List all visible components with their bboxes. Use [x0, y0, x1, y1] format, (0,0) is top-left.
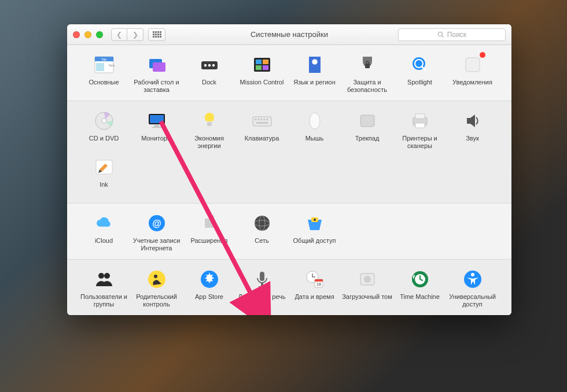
- pref-label: Мышь: [305, 135, 324, 150]
- keyboard-icon: [251, 109, 274, 132]
- network-icon: [251, 212, 274, 235]
- svg-rect-36: [266, 119, 268, 120]
- pref-internet[interactable]: @Учетные записи Интернета: [130, 212, 183, 252]
- trackpad-icon: [356, 109, 379, 132]
- appstore-icon: [198, 268, 221, 291]
- svg-point-52: [104, 273, 110, 279]
- svg-rect-14: [256, 65, 262, 70]
- svg-text:New: New: [109, 64, 115, 67]
- pref-energy[interactable]: Экономия энергии: [183, 109, 235, 150]
- pref-displays[interactable]: Мониторы: [130, 109, 183, 150]
- pref-notifications[interactable]: Уведомления: [446, 53, 499, 94]
- pref-label: Уведомления: [452, 79, 492, 94]
- pref-users[interactable]: Пользователи и группы: [78, 268, 130, 308]
- pref-parental[interactable]: Родительский контроль: [130, 268, 183, 308]
- pref-network[interactable]: Сеть: [235, 212, 288, 252]
- svg-point-66: [364, 276, 371, 283]
- dock-icon: [198, 53, 221, 76]
- search-field[interactable]: Поиск: [398, 28, 506, 41]
- svg-rect-30: [207, 122, 212, 126]
- prefs-row: iCloud@Учетные записи ИнтернетаРасширени…: [78, 212, 501, 252]
- svg-text:@: @: [152, 219, 161, 228]
- users-icon: [93, 268, 116, 291]
- prefs-row: CD и DVDМониторыЭкономия энергииКлавиату…: [78, 109, 501, 150]
- pref-label: CD и DVD: [89, 135, 119, 150]
- show-all-button[interactable]: [148, 28, 165, 41]
- pref-trackpad[interactable]: Трекпад: [341, 109, 393, 150]
- svg-rect-34: [260, 119, 262, 120]
- pref-printers[interactable]: Принтеры и сканеры: [393, 109, 446, 150]
- spotlight-icon: [408, 53, 432, 76]
- pref-appstore[interactable]: App Store: [183, 268, 235, 308]
- svg-rect-13: [263, 60, 268, 64]
- svg-text:18: 18: [316, 282, 321, 286]
- pref-label: Экономия энергии: [183, 135, 235, 150]
- prefs-section: Пользователи и группыРодительский контро…: [67, 259, 511, 315]
- svg-rect-41: [415, 114, 425, 119]
- dictation-icon: [251, 268, 274, 291]
- internet-icon: @: [145, 212, 168, 235]
- pref-icloud[interactable]: iCloud: [78, 212, 130, 252]
- pref-startup[interactable]: Загрузочный том: [341, 268, 393, 308]
- pref-sharing[interactable]: Общий доступ: [288, 212, 341, 252]
- pref-label: iCloud: [95, 237, 113, 252]
- forward-button[interactable]: ❯: [127, 28, 143, 41]
- pref-label: App Store: [195, 293, 223, 308]
- pref-dock[interactable]: Dock: [183, 53, 235, 94]
- icloud-icon: [93, 212, 116, 235]
- svg-rect-57: [261, 283, 263, 286]
- svg-point-51: [98, 273, 104, 279]
- language-icon: [303, 53, 326, 76]
- pref-spotlight[interactable]: Spotlight: [393, 53, 446, 94]
- pref-sound[interactable]: Звук: [446, 109, 499, 150]
- datetime-icon: 18: [303, 268, 326, 291]
- notifications-icon: [461, 53, 484, 76]
- svg-point-10: [212, 64, 214, 66]
- prefs-section: iCloud@Учетные записи ИнтернетаРасширени…: [67, 203, 511, 259]
- pref-security[interactable]: Защита и безопасность: [341, 53, 393, 94]
- pref-language[interactable]: Язык и регион: [288, 53, 341, 94]
- svg-rect-58: [259, 286, 266, 287]
- pref-mission[interactable]: Mission Control: [235, 53, 288, 94]
- titlebar: ❮ ❯ Системные настройки Поиск: [67, 24, 511, 45]
- back-button[interactable]: ❮: [111, 28, 127, 41]
- mouse-icon: [303, 109, 326, 132]
- pref-accessibility[interactable]: Универсальный доступ: [446, 268, 499, 308]
- pref-keyboard[interactable]: Клавиатура: [235, 109, 288, 150]
- pref-label: Расширения: [191, 237, 228, 252]
- zoom-button[interactable]: [96, 31, 103, 38]
- svg-text:File: File: [101, 58, 106, 61]
- printers-icon: [408, 109, 432, 132]
- pref-timemachine[interactable]: Time Machine: [393, 268, 446, 308]
- pref-desktop[interactable]: Рабочий стол и заставка: [130, 53, 183, 94]
- search-icon: [437, 31, 444, 38]
- extensions-icon: [198, 212, 221, 235]
- svg-rect-31: [253, 117, 271, 126]
- pref-general[interactable]: FileNewОсновные: [78, 53, 130, 94]
- prefs-row: Ink: [78, 156, 501, 196]
- pref-dictation[interactable]: Диктовка и речь: [235, 268, 288, 308]
- close-button[interactable]: [73, 31, 80, 38]
- pref-label: Язык и регион: [293, 79, 336, 94]
- svg-rect-6: [153, 62, 165, 72]
- pref-label: Родительский контроль: [130, 293, 183, 308]
- pref-ink[interactable]: Ink: [78, 156, 130, 196]
- pref-cddvd[interactable]: CD и DVD: [78, 109, 130, 150]
- prefs-section: FileNewОсновныеРабочий стол и заставкаDo…: [67, 45, 511, 101]
- pref-label: Рабочий стол и заставка: [130, 79, 183, 94]
- prefs-row: FileNewОсновныеРабочий стол и заставкаDo…: [78, 53, 501, 94]
- mission-icon: [251, 53, 274, 76]
- minimize-button[interactable]: [84, 31, 91, 38]
- pref-label: Клавиатура: [245, 135, 279, 150]
- svg-rect-18: [365, 64, 370, 68]
- pref-extensions[interactable]: Расширения: [183, 212, 235, 252]
- pref-mouse[interactable]: Мышь: [288, 109, 341, 150]
- svg-rect-28: [154, 125, 159, 127]
- cddvd-icon: [93, 109, 116, 132]
- pref-datetime[interactable]: 18Дата и время: [288, 268, 341, 308]
- svg-rect-63: [315, 279, 323, 282]
- startup-icon: [356, 268, 379, 291]
- svg-rect-37: [256, 122, 268, 124]
- pref-label: Dock: [202, 79, 216, 94]
- pref-label: Сеть: [255, 237, 268, 252]
